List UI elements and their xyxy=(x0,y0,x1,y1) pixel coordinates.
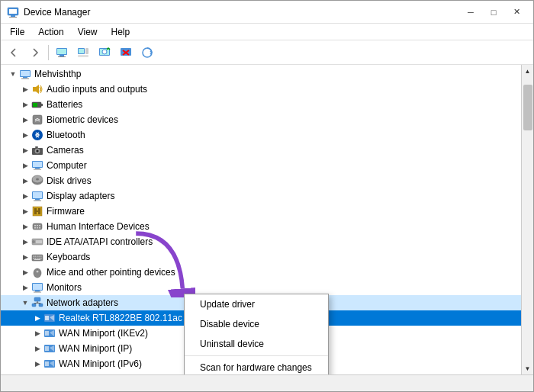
expand-wan1: ▶ xyxy=(31,327,43,339)
ctx-disable-device[interactable]: Disable device xyxy=(185,314,328,334)
svg-rect-35 xyxy=(35,168,40,169)
svg-rect-59 xyxy=(33,256,34,257)
svg-rect-86 xyxy=(45,331,49,336)
svg-rect-2 xyxy=(11,15,15,17)
mice-icon xyxy=(31,266,43,278)
svg-rect-1 xyxy=(9,9,17,14)
tb-remove[interactable] xyxy=(116,43,136,62)
expand-audio: ▶ xyxy=(19,83,31,95)
tree-root[interactable]: ▼ Mehvishthp xyxy=(1,66,521,82)
ctx-sep1 xyxy=(185,355,328,356)
tree-audio[interactable]: ▶ Audio inputs and outputs xyxy=(1,82,521,97)
svg-rect-61 xyxy=(37,256,38,257)
expand-display: ▶ xyxy=(19,190,31,202)
expand-cameras: ▶ xyxy=(19,144,31,156)
svg-point-39 xyxy=(36,178,39,181)
svg-rect-62 xyxy=(39,256,40,257)
ctx-uninstall-device[interactable]: Uninstall device xyxy=(185,334,328,354)
tb-update[interactable] xyxy=(95,43,114,62)
ctx-scan-changes[interactable]: Scan for hardware changes xyxy=(185,358,328,374)
computer-icon xyxy=(31,159,43,172)
menu-help[interactable]: Help xyxy=(105,25,137,39)
tb-scan[interactable] xyxy=(137,43,157,62)
tree-batteries[interactable]: ▶ Batteries xyxy=(1,97,521,112)
tb-show[interactable] xyxy=(73,43,93,62)
tb-sep1 xyxy=(48,45,49,60)
expand-keyboards: ▶ xyxy=(19,251,31,263)
expand-root: ▼ xyxy=(7,68,19,80)
tree-computer[interactable]: ▶ Computer xyxy=(1,158,521,173)
expand-batteries: ▶ xyxy=(19,98,31,111)
expand-disk: ▶ xyxy=(19,175,31,187)
menu-file[interactable]: File xyxy=(4,25,31,39)
ctx-update-driver[interactable]: Update driver xyxy=(185,294,328,314)
svg-rect-47 xyxy=(34,210,40,212)
tree-bluetooth[interactable]: ▶ Bluetooth xyxy=(1,127,521,143)
expand-wan4: ▶ xyxy=(31,373,43,374)
svg-rect-43 xyxy=(34,201,41,201)
scroll-track[interactable] xyxy=(522,77,533,362)
biometric-label: Biometric devices xyxy=(47,114,118,125)
svg-rect-66 xyxy=(37,258,38,259)
keyboards-icon xyxy=(31,251,43,263)
svg-rect-34 xyxy=(33,162,42,167)
tree-firmware[interactable]: ▶ Firmware xyxy=(1,204,521,219)
tree-display[interactable]: ▶ Display adapters xyxy=(1,188,521,204)
expand-biometric: ▶ xyxy=(19,114,31,126)
tree-keyboards[interactable]: ▶ xyxy=(1,249,521,265)
svg-rect-57 xyxy=(36,240,42,243)
svg-point-72 xyxy=(37,271,39,273)
tree-monitors[interactable]: ▶ Monitors xyxy=(1,280,521,295)
keyboards-label: Keyboards xyxy=(47,252,90,262)
svg-rect-9 xyxy=(79,49,84,53)
root-label: Mehvishthp xyxy=(34,69,81,79)
tree-ide[interactable]: ▶ IDE ATA/ATAPI controllers xyxy=(1,234,521,249)
svg-rect-67 xyxy=(39,258,40,259)
svg-rect-26 xyxy=(33,103,37,107)
expand-ide: ▶ xyxy=(19,236,31,248)
svg-rect-6 xyxy=(60,55,64,56)
tb-computer[interactable] xyxy=(52,43,72,62)
svg-rect-36 xyxy=(34,169,41,170)
svg-rect-74 xyxy=(33,284,42,290)
wan1-icon xyxy=(43,327,56,339)
svg-rect-75 xyxy=(35,291,40,292)
menu-action[interactable]: Action xyxy=(32,25,69,39)
minimize-button[interactable]: ─ xyxy=(460,5,481,20)
svg-rect-50 xyxy=(37,225,38,227)
disk-label: Disk drives xyxy=(47,175,92,186)
toolbar xyxy=(1,40,533,65)
svg-rect-20 xyxy=(21,71,30,76)
ide-icon xyxy=(31,236,43,248)
tree-biometric[interactable]: ▶ Biometric devices xyxy=(1,112,521,127)
tb-back[interactable] xyxy=(4,43,24,62)
audio-label: Audio inputs and outputs xyxy=(47,84,147,95)
svg-point-56 xyxy=(32,240,35,243)
monitors-icon xyxy=(31,281,43,294)
scroll-down-button[interactable]: ▼ xyxy=(522,362,534,374)
tree-hid[interactable]: ▶ Human Interface Devices xyxy=(1,219,521,234)
expand-hid: ▶ xyxy=(19,220,31,233)
scroll-thumb[interactable] xyxy=(523,85,532,130)
tree-cameras[interactable]: ▶ Cameras xyxy=(1,143,521,158)
scrollbar-vertical[interactable]: ▲ ▼ xyxy=(521,65,533,374)
scroll-up-button[interactable]: ▲ xyxy=(522,65,534,77)
svg-rect-76 xyxy=(34,292,41,293)
computer-label: Computer xyxy=(47,160,87,171)
firmware-label: Firmware xyxy=(47,206,85,217)
tree-disk[interactable]: ▶ Disk drives xyxy=(1,173,521,188)
close-button[interactable]: ✕ xyxy=(506,5,527,20)
tree-mice[interactable]: ▶ Mice and other pointing devices xyxy=(1,265,521,280)
bluetooth-icon xyxy=(31,129,43,141)
svg-point-31 xyxy=(37,150,39,153)
app-icon xyxy=(7,6,19,18)
svg-rect-22 xyxy=(21,79,29,79)
menu-view[interactable]: View xyxy=(72,25,104,39)
disk-icon xyxy=(31,175,43,187)
batteries-label: Batteries xyxy=(47,99,82,110)
svg-rect-5 xyxy=(57,49,66,54)
device-manager-window: Device Manager ─ □ ✕ File Action View He… xyxy=(0,0,534,392)
tb-forward[interactable] xyxy=(25,43,45,62)
svg-rect-77 xyxy=(34,297,40,301)
maximize-button[interactable]: □ xyxy=(483,5,504,20)
